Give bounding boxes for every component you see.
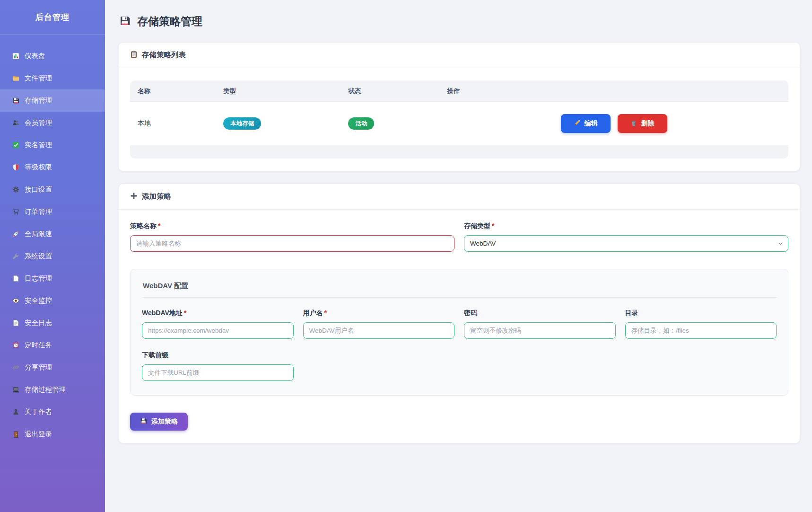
alarm-clock-icon bbox=[12, 342, 19, 349]
policy-list-card-body: 名称 类型 状态 操作 本地 本地存储 bbox=[119, 68, 800, 171]
link-icon bbox=[12, 364, 19, 371]
dashboard-icon bbox=[12, 53, 19, 60]
wrench-icon bbox=[12, 253, 19, 260]
document-icon bbox=[12, 319, 19, 327]
sidebar-item-label: 等级权限 bbox=[25, 163, 52, 172]
add-policy-card-header: 添加策略 bbox=[119, 184, 800, 210]
webdav-config-title: WebDAV 配置 bbox=[142, 280, 777, 298]
sidebar-item-label: 日志管理 bbox=[25, 274, 52, 283]
policy-actions-cell: 编辑 删除 bbox=[439, 102, 788, 146]
policy-name-cell: 本地 bbox=[130, 102, 216, 146]
webdav-password-input[interactable] bbox=[464, 322, 616, 339]
floppy-icon bbox=[140, 417, 147, 426]
cart-icon bbox=[12, 208, 19, 215]
sidebar-item-label: 安全日志 bbox=[25, 318, 52, 327]
sidebar-item-storage[interactable]: 存储管理 bbox=[0, 89, 105, 112]
sidebar-item-security-logs[interactable]: 安全日志 bbox=[0, 312, 105, 334]
webdav-address-input[interactable] bbox=[142, 322, 294, 339]
webdav-directory-label: 目录 bbox=[625, 309, 777, 318]
policy-table: 名称 类型 状态 操作 本地 本地存储 bbox=[130, 80, 788, 145]
column-header-status: 状态 bbox=[341, 80, 439, 102]
sidebar-item-system-settings[interactable]: 系统设置 bbox=[0, 245, 105, 267]
webdav-config-panel: WebDAV 配置 WebDAV地址* 用户名* 密码 bbox=[130, 269, 788, 396]
webdav-username-label: 用户名* bbox=[303, 309, 455, 318]
storage-type-label: 存储类型* bbox=[464, 222, 788, 230]
sidebar-item-scheduled-tasks[interactable]: 定时任务 bbox=[0, 334, 105, 356]
sidebar-item-security-monitor[interactable]: 安全监控 bbox=[0, 290, 105, 312]
webdav-directory-field: 目录 bbox=[625, 309, 777, 339]
sidebar-item-api-settings[interactable]: 接口设置 bbox=[0, 178, 105, 201]
policy-list-card: 存储策略列表 名称 类型 状态 操作 bbox=[118, 42, 800, 171]
sidebar-item-files[interactable]: 文件管理 bbox=[0, 67, 105, 89]
sidebar-item-label: 订单管理 bbox=[25, 207, 52, 216]
rocket-icon bbox=[12, 230, 19, 238]
webdav-directory-input[interactable] bbox=[625, 322, 777, 339]
pencil-icon bbox=[574, 120, 580, 128]
sidebar-item-label: 接口设置 bbox=[25, 185, 52, 194]
sidebar-item-realname[interactable]: 实名管理 bbox=[0, 134, 105, 156]
webdav-fields-row-2: 下载前缀 bbox=[142, 351, 777, 381]
type-badge: 本地存储 bbox=[223, 117, 261, 130]
plus-icon bbox=[130, 192, 138, 202]
shield-icon bbox=[12, 164, 19, 171]
add-policy-card: 添加策略 策略名称* 存储类型* WebDAV bbox=[118, 184, 800, 443]
sidebar: 后台管理 仪表盘 文件管理 存储管理 会员管理 实名管理 bbox=[0, 0, 105, 512]
required-mark: * bbox=[184, 309, 186, 317]
sidebar-item-speed-limit[interactable]: 全局限速 bbox=[0, 223, 105, 245]
column-header-name: 名称 bbox=[130, 80, 216, 102]
row-actions: 编辑 删除 bbox=[447, 114, 781, 133]
floppy-icon bbox=[12, 97, 19, 104]
policy-table-panel: 名称 类型 状态 操作 本地 本地存储 bbox=[130, 80, 788, 159]
download-prefix-input[interactable] bbox=[142, 364, 294, 381]
main-content: 存储策略管理 存储策略列表 名称 类型 状态 操作 bbox=[105, 0, 812, 512]
delete-button[interactable]: 删除 bbox=[618, 114, 667, 133]
edit-button[interactable]: 编辑 bbox=[561, 114, 611, 133]
webdav-password-label: 密码 bbox=[464, 309, 616, 318]
sidebar-item-label: 全局限速 bbox=[25, 230, 52, 238]
required-mark: * bbox=[324, 309, 327, 317]
folder-icon bbox=[12, 75, 19, 82]
sidebar-item-label: 系统设置 bbox=[25, 252, 52, 261]
sidebar-item-logout[interactable]: 退出登录 bbox=[0, 423, 105, 445]
clipboard-icon bbox=[130, 51, 138, 60]
webdav-address-label: WebDAV地址* bbox=[142, 309, 294, 318]
column-header-type: 类型 bbox=[216, 80, 341, 102]
sidebar-item-label: 存储过程管理 bbox=[25, 385, 66, 394]
sidebar-item-members[interactable]: 会员管理 bbox=[0, 112, 105, 134]
policy-type-cell: 本地存储 bbox=[216, 102, 341, 146]
sidebar-item-permissions[interactable]: 等级权限 bbox=[0, 156, 105, 178]
sidebar-item-label: 安全监控 bbox=[25, 296, 52, 305]
webdav-username-input[interactable] bbox=[303, 322, 455, 339]
webdav-address-field: WebDAV地址* bbox=[142, 309, 294, 339]
sidebar-item-stored-procedures[interactable]: 存储过程管理 bbox=[0, 379, 105, 401]
floppy-icon bbox=[119, 15, 131, 28]
webdav-username-field: 用户名* bbox=[303, 309, 455, 339]
storage-type-select[interactable]: WebDAV bbox=[464, 235, 788, 252]
sidebar-item-label: 分享管理 bbox=[25, 363, 52, 372]
sidebar-item-label: 文件管理 bbox=[25, 74, 52, 83]
sidebar-item-label: 关于作者 bbox=[25, 407, 52, 416]
storage-type-field: 存储类型* WebDAV bbox=[464, 222, 788, 252]
sidebar-item-label: 定时任务 bbox=[25, 341, 52, 350]
users-icon bbox=[12, 119, 19, 126]
check-square-icon bbox=[12, 141, 19, 149]
sidebar-item-label: 退出登录 bbox=[25, 430, 52, 439]
table-row: 本地 本地存储 活动 bbox=[130, 102, 788, 146]
download-prefix-field: 下载前缀 bbox=[142, 351, 294, 381]
sidebar-item-shares[interactable]: 分享管理 bbox=[0, 356, 105, 379]
sidebar-item-label: 会员管理 bbox=[25, 118, 52, 127]
policy-name-input[interactable] bbox=[130, 235, 454, 252]
delete-button-label: 删除 bbox=[641, 119, 655, 128]
sidebar-item-about-author[interactable]: 关于作者 bbox=[0, 401, 105, 423]
sidebar-item-logs[interactable]: 日志管理 bbox=[0, 267, 105, 290]
person-icon bbox=[12, 408, 19, 415]
page-header: 存储策略管理 bbox=[119, 14, 800, 29]
sidebar-item-dashboard[interactable]: 仪表盘 bbox=[0, 45, 105, 67]
sidebar-item-orders[interactable]: 订单管理 bbox=[0, 201, 105, 223]
add-policy-button[interactable]: 添加策略 bbox=[130, 413, 188, 431]
sidebar-item-label: 仪表盘 bbox=[25, 52, 45, 61]
eye-icon bbox=[12, 297, 19, 304]
policy-list-card-header: 存储策略列表 bbox=[119, 43, 800, 68]
add-policy-card-body: 策略名称* 存储类型* WebDAV WebDAV bbox=[119, 210, 800, 443]
column-header-actions: 操作 bbox=[439, 80, 788, 102]
